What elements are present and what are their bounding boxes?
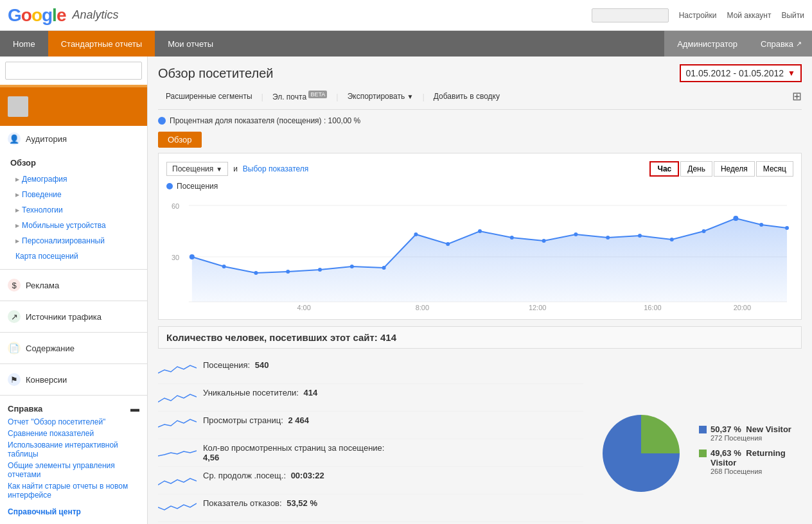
header: Google Analytics Настройки Мой аккаунт В… (0, 0, 812, 31)
svg-point-6 (222, 265, 226, 268)
stat-value-visits: 540 (255, 360, 269, 370)
sparkline-unique (158, 388, 197, 407)
sidebar-item-content[interactable]: 📄 Содержание (0, 335, 147, 361)
time-controls: Час День Неделя Месяц (649, 161, 793, 177)
sidebar-help-section: Справка ▬ Отчет "Обзор посетителей" Срав… (0, 398, 147, 523)
svg-point-8 (286, 270, 290, 274)
add-to-summary-button[interactable]: Добавить в сводку (426, 89, 508, 103)
chart-container: Посещения ▼ и Выбор показателя Час День … (158, 153, 802, 320)
sidebar-help-link-2[interactable]: Использование интерактивной таблицы (8, 439, 139, 460)
advanced-segments-button[interactable]: Расширенные сегменты (158, 89, 260, 103)
returning-visitor-color-swatch (699, 450, 707, 457)
grid-view-icon[interactable]: ⊞ (792, 89, 802, 103)
email-button[interactable]: Эл. почта BETA (265, 89, 335, 104)
svg-point-24 (785, 226, 789, 230)
sidebar-audience-header (0, 85, 147, 126)
metric-select-dropdown[interactable]: Посещения ▼ (166, 162, 228, 176)
sidebar-item-ads[interactable]: $ Реклама (0, 272, 147, 298)
my-account-link[interactable]: Мой аккаунт (727, 11, 772, 20)
traffic-icon: ↗ (8, 310, 21, 323)
sidebar-help-title: Справка ▬ (8, 403, 139, 414)
nav-home[interactable]: Home (0, 31, 48, 57)
new-visitor-text: 50,37 % New Visitor 272 Посещения (710, 424, 791, 442)
svg-point-19 (638, 234, 642, 238)
toolbar-sep-3: | (421, 92, 425, 101)
select-metric-link[interactable]: Выбор показателя (243, 164, 308, 173)
content-header: Обзор посетителей 01.05.2012 - 01.05.201… (158, 64, 802, 82)
content-area: Обзор посетителей 01.05.2012 - 01.05.201… (148, 57, 812, 524)
chart-toolbar: Посещения ▼ и Выбор показателя Час День … (166, 161, 793, 177)
export-dropdown-icon: ▼ (407, 93, 414, 100)
sidebar-help-link-3[interactable]: Общие элементы управления отчетами (8, 460, 139, 480)
svg-point-11 (382, 266, 386, 270)
export-button[interactable]: Экспортировать ▼ (340, 89, 421, 103)
sidebar-item-audience[interactable]: 👤 Аудитория (0, 126, 147, 152)
stat-value-ppv: 4,56 (203, 453, 219, 462)
time-btn-month[interactable]: Месяц (756, 161, 793, 177)
svg-point-10 (350, 265, 354, 268)
sidebar-overview-label[interactable]: Обзор (0, 154, 147, 171)
sidebar-help-link-1[interactable]: Сравнение показателей (8, 428, 139, 439)
new-visitor-color-swatch (699, 426, 707, 433)
stat-value-bounce: 53,52 % (287, 498, 317, 508)
toolbar-sep-1: | (260, 92, 265, 101)
stats-right: 50,37 % New Visitor 272 Посещения 49,63 … (596, 356, 802, 524)
stat-row-visits: Посещения: 540 (158, 356, 583, 384)
svg-point-17 (574, 232, 578, 236)
time-btn-day[interactable]: День (680, 161, 712, 177)
analytics-label: Analytics (72, 8, 118, 22)
sidebar-item-conversions[interactable]: ⚑ Конверсии (0, 367, 147, 392)
line-chart-svg: 60 30 (166, 196, 793, 311)
metric-dot (158, 117, 166, 125)
visitors-summary: Количество человек, посетивших этот сайт… (158, 326, 802, 349)
date-range-picker[interactable]: 01.05.2012 - 01.05.2012 ▼ (680, 64, 802, 82)
stat-row-pageviews: Просмотры страниц: 2 464 (158, 412, 583, 439)
nav-right: Администратор Справка ↗ (664, 31, 812, 57)
time-btn-week[interactable]: Неделя (714, 161, 755, 177)
navbar: Home Стандартные отчеты Мои отчеты Админ… (0, 31, 812, 57)
nav-my-reports[interactable]: Мои отчеты (155, 31, 226, 57)
svg-point-14 (478, 229, 482, 233)
svg-point-20 (670, 238, 674, 241)
svg-text:4:00: 4:00 (297, 304, 310, 311)
metric-select-arrow-icon: ▼ (216, 166, 222, 173)
nav-admin[interactable]: Администратор (664, 31, 750, 57)
stats-container: Посещения: 540 Уникальные посетители: 41… (158, 356, 802, 524)
svg-text:20:00: 20:00 (734, 304, 751, 311)
sidebar-sub-mobile[interactable]: Мобильные устройства (0, 218, 147, 233)
sparkline-pageviews (158, 415, 197, 435)
stat-row-pages-per-visit: Кол-во просмотренных страниц за посещени… (158, 439, 583, 467)
logout-link[interactable]: Выйти (781, 11, 804, 20)
page-title: Обзор посетителей (158, 66, 273, 81)
sidebar-sub-behavior[interactable]: Поведение (0, 187, 147, 202)
tab-overview[interactable]: Обзор (158, 132, 202, 148)
sidebar-sub-personal[interactable]: Персонализированный (0, 233, 147, 249)
toolbar: Расширенные сегменты | Эл. почта BETA | … (158, 89, 802, 110)
sidebar-help-center-link[interactable]: Справочный центр (8, 506, 139, 518)
chart-legend: Посещения (166, 182, 793, 191)
svg-text:30: 30 (172, 254, 179, 261)
sidebar-sub-tech[interactable]: Технологии (0, 202, 147, 218)
sidebar-item-traffic[interactable]: ↗ Источники трафика (0, 304, 147, 329)
sidebar-help-link-4[interactable]: Как найти старые отчеты в новом интерфей… (8, 480, 139, 501)
time-btn-hour[interactable]: Час (649, 161, 679, 177)
google-logo: Google (8, 5, 66, 26)
sparkline-ppv (158, 443, 197, 462)
sidebar-help-link-0[interactable]: Отчет "Обзор посетителей" (8, 416, 139, 428)
audience-avatar (8, 96, 28, 117)
legend-dot (166, 183, 173, 189)
svg-point-23 (759, 223, 763, 227)
returning-visitor-text: 49,63 % Returning Visitor 268 Посещения (710, 448, 802, 475)
main-layout: 👤 Аудитория Обзор Демография Поведение Т… (0, 57, 812, 524)
sidebar-search-input[interactable] (5, 62, 142, 80)
nav-help[interactable]: Справка ↗ (750, 31, 812, 57)
settings-link[interactable]: Настройки (679, 11, 717, 20)
sidebar-audience-banner (0, 87, 147, 126)
collapse-icon[interactable]: ▬ (130, 403, 139, 414)
chart-tabs: Обзор (158, 132, 802, 148)
sidebar-sub-map[interactable]: Карта посещений (0, 249, 147, 264)
svg-text:16:00: 16:00 (644, 304, 661, 311)
nav-standard-reports[interactable]: Стандартные отчеты (48, 31, 155, 57)
stat-row-bounce: Показатель отказов: 53,52 % (158, 494, 583, 522)
sidebar-sub-demographics[interactable]: Демография (0, 171, 147, 187)
